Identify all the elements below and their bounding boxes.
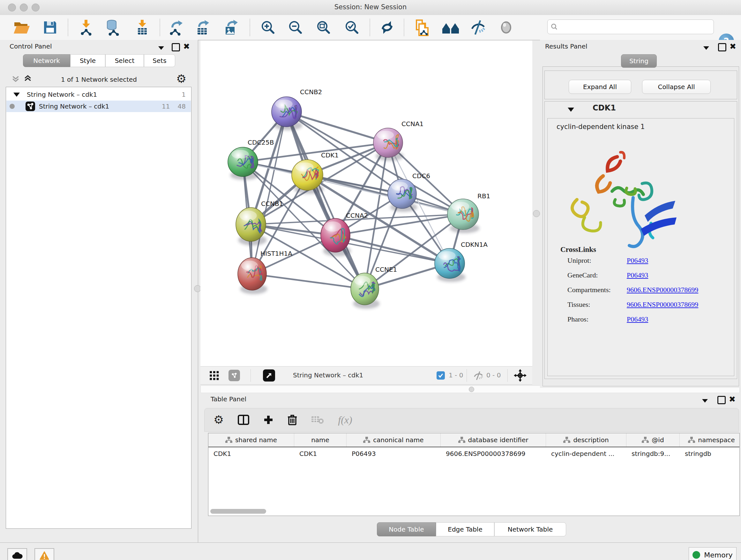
table-cell[interactable]: CDK1	[208, 447, 294, 460]
cloud-button[interactable]	[7, 548, 27, 560]
import-database-icon[interactable]	[105, 19, 121, 36]
crosslink-link[interactable]: 9606.ENSP00000378699	[627, 300, 698, 308]
collapse-all-button[interactable]: Collapse All	[642, 80, 711, 94]
tab-node-table[interactable]: Node Table	[377, 522, 436, 537]
table-panel-collapse-icon[interactable]	[702, 398, 708, 404]
column-header-database-identifier[interactable]: database identifier	[441, 433, 546, 447]
zoom-in-icon[interactable]	[260, 20, 276, 35]
network-row[interactable]: String Network – cdk1 11 48	[6, 101, 191, 112]
crosslink-link[interactable]: P06493	[627, 271, 648, 279]
column-header-shared-name[interactable]: shared name	[208, 433, 294, 447]
control-panel-close-icon[interactable]: ✖	[183, 43, 190, 51]
network-birds-eye-icon[interactable]	[228, 370, 240, 381]
column-header-name[interactable]: name	[294, 433, 347, 447]
save-icon[interactable]	[43, 20, 57, 35]
memory-button[interactable]: Memory	[689, 547, 737, 560]
tab-network-table[interactable]: Network Table	[494, 522, 566, 537]
pan-crosshair-icon[interactable]	[514, 369, 527, 382]
edge-HIST1H1A-CCNE1[interactable]	[252, 274, 365, 289]
crosslink-link[interactable]: 9606.ENSP00000378699	[627, 286, 698, 294]
export-network-icon[interactable]	[168, 19, 184, 36]
node-CDKN1A[interactable]	[434, 248, 466, 282]
network-collection-row[interactable]: String Network – cdk1 1	[6, 89, 191, 100]
table-cell[interactable]: stringdb:9...	[626, 447, 680, 460]
search-input[interactable]	[560, 23, 711, 30]
detach-view-icon[interactable]	[263, 369, 275, 381]
tree-expander-icon[interactable]	[13, 91, 20, 98]
table-panel-close-icon[interactable]: ✖	[729, 395, 736, 403]
import-network-icon[interactable]	[78, 19, 94, 36]
export-file-network-icon[interactable]	[414, 19, 429, 36]
results-panel-close-icon[interactable]: ✖	[730, 43, 736, 51]
table-cell[interactable]: cyclin-dependent ...	[546, 447, 626, 460]
warning-icon	[40, 551, 49, 560]
node-HIST1H1A[interactable]	[238, 258, 267, 294]
refresh-icon[interactable]	[380, 20, 395, 35]
import-table-icon[interactable]	[135, 19, 150, 36]
grid-view-icon[interactable]	[209, 371, 219, 381]
zoom-out-icon[interactable]	[288, 20, 303, 35]
column-header-namespace[interactable]: namespace	[680, 433, 740, 447]
control-panel-float-icon[interactable]	[172, 43, 180, 53]
expand-all-button[interactable]: Expand All	[569, 80, 631, 94]
tab-style[interactable]: Style	[70, 54, 105, 67]
table-cell[interactable]: stringdb	[680, 447, 740, 460]
node-CDC25B[interactable]	[228, 147, 259, 180]
warning-button[interactable]	[35, 548, 54, 560]
table-cell[interactable]: P06493	[347, 447, 441, 460]
column-header-description[interactable]: description	[546, 433, 626, 447]
gene-section-expander-icon[interactable]	[568, 107, 574, 113]
horizontal-splitter-handle[interactable]	[469, 387, 474, 392]
node-CCNE1[interactable]	[351, 273, 380, 309]
export-image-icon[interactable]	[223, 19, 239, 36]
selected-nodes-checkbox[interactable]	[436, 371, 445, 380]
table-add-column-icon[interactable]	[263, 415, 273, 425]
node-CCNA1[interactable]	[374, 128, 404, 161]
open-folder-icon[interactable]	[13, 20, 30, 35]
results-panel-float-icon[interactable]	[718, 43, 726, 53]
network-canvas[interactable]: CCNB2CCNA1CDC25BCDK1CDC6RB1CCNB1CCNA2CDK…	[200, 41, 532, 366]
right-splitter-handle[interactable]	[533, 210, 540, 217]
zoom-fit-icon[interactable]	[316, 20, 331, 35]
tab-edge-table[interactable]: Edge Table	[436, 522, 494, 537]
edge-CCNB2-CCNA1[interactable]	[286, 112, 388, 143]
node-CCNA2[interactable]	[321, 219, 351, 256]
node-CCNB2[interactable]	[272, 97, 302, 130]
hide-selected-icon[interactable]	[470, 20, 487, 35]
crosslink-link[interactable]: P06493	[627, 256, 648, 264]
results-panel-collapse-icon[interactable]	[703, 45, 709, 51]
table-function-builder-icon[interactable]: f(x)	[338, 414, 352, 426]
left-splitter-handle[interactable]	[194, 285, 201, 292]
export-table-icon[interactable]	[195, 19, 211, 36]
table-gear-icon[interactable]: ⚙	[213, 414, 224, 426]
toolbar-search-box[interactable]	[547, 19, 714, 34]
column-header--id[interactable]: @id	[626, 433, 680, 447]
node-CDC6[interactable]	[388, 179, 417, 212]
table-body: CDK1CDK1P064939606.ENSP00000378699cyclin…	[208, 447, 739, 460]
node-CCNB1[interactable]	[236, 207, 267, 246]
tab-network[interactable]: Network	[23, 54, 70, 67]
table-cell[interactable]: 9606.ENSP00000378699	[441, 447, 546, 460]
network-options-gear-icon[interactable]: ⚙	[176, 73, 186, 84]
edge-CCNB2-CCNE1[interactable]	[286, 112, 365, 289]
first-neighbors-icon[interactable]	[442, 21, 460, 34]
control-panel-collapse-icon[interactable]	[158, 45, 164, 51]
table-cell[interactable]: CDK1	[294, 447, 347, 460]
node-RB1[interactable]	[448, 199, 480, 233]
table-delete-column-icon[interactable]	[287, 415, 297, 425]
tab-string[interactable]: String	[621, 54, 657, 68]
tab-select[interactable]: Select	[105, 54, 144, 67]
table-panel-float-icon[interactable]	[718, 396, 726, 406]
table-row[interactable]: CDK1CDK1P064939606.ENSP00000378699cyclin…	[208, 447, 739, 460]
column-header-canonical-name[interactable]: canonical name	[347, 433, 441, 447]
table-horizontal-scrollbar[interactable]	[210, 509, 266, 514]
table-delete-table-icon[interactable]	[311, 415, 324, 424]
zoom-selected-icon[interactable]	[344, 20, 360, 35]
show-all-icon[interactable]	[499, 20, 514, 35]
node-label-CDC6: CDC6	[412, 172, 430, 180]
node-CDK1[interactable]	[292, 160, 324, 194]
table-columns-icon[interactable]	[238, 415, 249, 425]
crosslink-link[interactable]: P06493	[627, 315, 648, 323]
node-label-CCNA1: CCNA1	[401, 120, 423, 128]
tab-sets[interactable]: Sets	[144, 54, 175, 67]
